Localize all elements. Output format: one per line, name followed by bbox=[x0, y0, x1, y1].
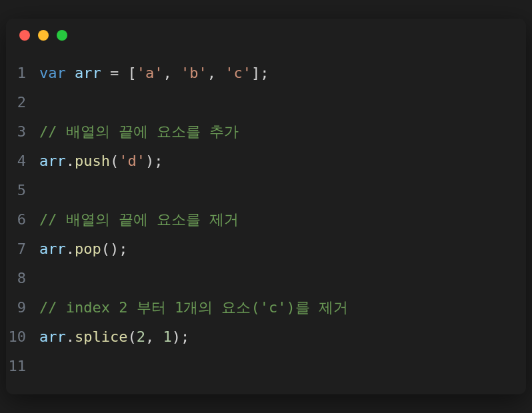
line-number: 6 bbox=[6, 205, 39, 234]
token-op: = [ bbox=[101, 65, 137, 81]
token-op: ( bbox=[110, 153, 119, 169]
token-op: , bbox=[145, 328, 163, 345]
token-var: arr bbox=[75, 65, 101, 81]
code-line: 11 bbox=[6, 352, 526, 381]
token-op bbox=[66, 65, 75, 81]
code-line: 1var arr = ['a', 'b', 'c']; bbox=[6, 59, 526, 88]
code-content: var arr = ['a', 'b', 'c']; bbox=[39, 59, 269, 88]
code-content: arr.push('d'); bbox=[39, 147, 163, 176]
token-str: 'd' bbox=[119, 153, 145, 169]
token-var: arr bbox=[39, 153, 66, 169]
token-comment: // 배열의 끝에 요소를 추가 bbox=[39, 123, 239, 140]
token-comment: // index 2 부터 1개의 요소('c')를 제거 bbox=[39, 299, 348, 316]
code-line: 10arr.splice(2, 1); bbox=[6, 322, 526, 352]
token-func: pop bbox=[75, 240, 101, 257]
token-str: 'c' bbox=[225, 65, 251, 81]
code-window: 1var arr = ['a', 'b', 'c'];23// 배열의 끝에 요… bbox=[6, 19, 526, 394]
maximize-icon[interactable] bbox=[57, 30, 67, 41]
token-op: ]; bbox=[251, 65, 269, 81]
line-number: 4 bbox=[6, 147, 39, 176]
line-number: 8 bbox=[6, 264, 39, 293]
token-op: . bbox=[66, 328, 75, 345]
token-op: , bbox=[163, 65, 181, 81]
code-line: 3// 배열의 끝에 요소를 추가 bbox=[6, 117, 526, 147]
token-func: splice bbox=[75, 328, 127, 345]
line-number: 5 bbox=[6, 176, 39, 205]
line-number: 10 bbox=[6, 322, 39, 352]
line-number: 2 bbox=[6, 88, 39, 117]
token-op: . bbox=[66, 240, 75, 257]
token-var: arr bbox=[39, 240, 66, 257]
code-line: 5 bbox=[6, 176, 526, 205]
line-number: 1 bbox=[6, 59, 39, 88]
token-num: 1 bbox=[163, 328, 171, 345]
code-line: 4arr.push('d'); bbox=[6, 147, 526, 176]
line-number: 11 bbox=[6, 352, 39, 381]
code-line: 7arr.pop(); bbox=[6, 234, 526, 264]
token-op: . bbox=[66, 153, 75, 169]
code-content: // 배열의 끝에 요소를 추가 bbox=[39, 117, 239, 147]
line-number: 7 bbox=[6, 234, 39, 264]
token-op: ); bbox=[172, 328, 190, 345]
token-str: 'a' bbox=[137, 65, 163, 81]
code-line: 8 bbox=[6, 264, 526, 293]
code-content: // index 2 부터 1개의 요소('c')를 제거 bbox=[39, 293, 348, 322]
minimize-icon[interactable] bbox=[38, 30, 49, 41]
token-op: ( bbox=[127, 328, 136, 345]
code-line: 6// 배열의 끝에 요소를 제거 bbox=[6, 205, 526, 234]
token-op: , bbox=[207, 65, 225, 81]
code-line: 2 bbox=[6, 88, 526, 117]
token-func: push bbox=[75, 153, 110, 169]
token-op: (); bbox=[101, 240, 128, 257]
code-content: arr.splice(2, 1); bbox=[39, 322, 189, 352]
code-content: // 배열의 끝에 요소를 제거 bbox=[39, 205, 239, 234]
code-area: 1var arr = ['a', 'b', 'c'];23// 배열의 끝에 요… bbox=[6, 52, 526, 394]
line-number: 3 bbox=[6, 117, 39, 147]
token-str: 'b' bbox=[181, 65, 207, 81]
window-titlebar bbox=[6, 19, 526, 52]
token-var: arr bbox=[39, 328, 66, 345]
token-comment: // 배열의 끝에 요소를 제거 bbox=[39, 211, 239, 228]
line-number: 9 bbox=[6, 293, 39, 322]
code-line: 9// index 2 부터 1개의 요소('c')를 제거 bbox=[6, 293, 526, 322]
close-icon[interactable] bbox=[19, 30, 30, 41]
token-op: ); bbox=[145, 153, 163, 169]
code-content: arr.pop(); bbox=[39, 234, 128, 264]
token-kw: var bbox=[39, 65, 66, 81]
token-num: 2 bbox=[137, 328, 145, 345]
